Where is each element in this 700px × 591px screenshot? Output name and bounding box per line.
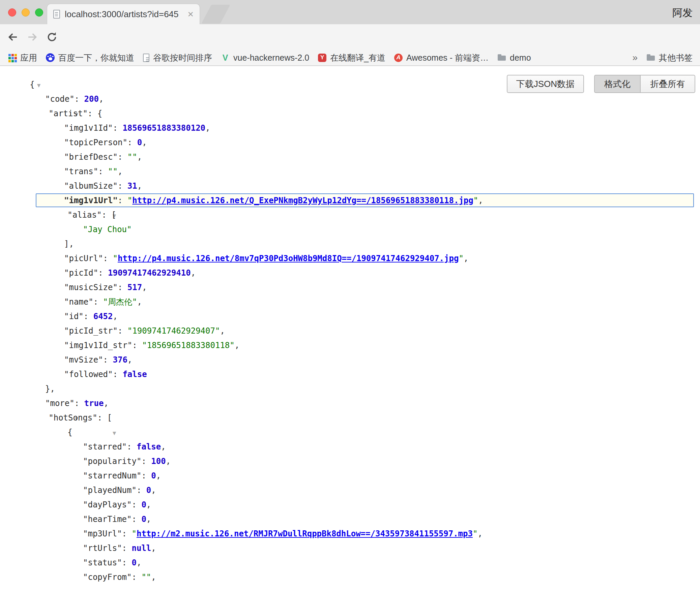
youdao-icon: Y [318,54,326,62]
json-token: , [151,572,156,582]
json-token: "picId" [64,268,98,278]
json-token: { [30,80,34,89]
reload-button[interactable] [45,30,59,44]
json-url-link[interactable]: http://p4.music.126.net/8mv7qP30Pd3oHW8b… [118,254,459,263]
json-token: 517 [127,283,142,292]
profile-name[interactable]: 阿发 [672,6,693,20]
json-token: " [132,529,137,538]
json-token: "Jay Chou" [83,225,132,234]
vue-icon: V [221,53,230,62]
bookmark-google-sort[interactable]: 谷歌按时间排序 [139,51,216,64]
page-favicon-icon [53,10,60,19]
json-token: : [113,370,123,379]
json-token: 100 [151,457,166,466]
json-token: : [103,355,113,365]
json-line: "followed": false [0,367,700,382]
json-token: "alias" [67,210,101,220]
json-url-link[interactable]: http://m2.music.126.net/RMJR7wDullRqppBk… [137,529,473,538]
json-token: "musicSize" [64,283,118,292]
tab-close-icon[interactable]: × [187,9,194,19]
json-line: "copyFrom": "", [0,570,700,585]
json-line: ▼"artist": { [0,106,700,121]
json-line: "albumSize": 31, [0,179,700,193]
json-token: : [118,326,127,336]
json-token: , [142,283,147,292]
json-token: "19097417462929407" [127,326,220,336]
json-token: "code" [45,94,75,104]
bookmark-apps[interactable]: 应用 [3,51,41,64]
page-content: 下载JSON数据 格式化 折叠所有 ▼{"code": 200,▼"artist… [0,66,700,591]
json-token: : [127,442,137,452]
json-token: : [75,94,84,104]
bookmark-baidu[interactable]: 百度一下，你就知道 [41,51,139,64]
bookmark-label: vue-hackernews-2.0 [233,53,309,63]
json-token: "" [141,572,151,582]
new-tab-button[interactable] [201,5,230,24]
back-button[interactable] [6,30,20,44]
json-token: "topicPerson" [64,138,127,147]
awesomes-icon: A [394,54,403,62]
json-token: , [191,268,196,278]
json-token: : [127,138,137,147]
json-token: "artist" [49,109,88,118]
forward-button[interactable] [26,30,39,44]
json-line: "hearTime": 0, [0,512,700,527]
json-token: , [104,399,108,408]
json-token: : [118,152,127,162]
json-token: , [113,312,118,321]
bookmark-awesomes[interactable]: AAwesomes - 前端资… [390,51,493,64]
json-token: "周杰伦" [103,297,137,307]
json-token: 376 [113,355,127,365]
json-token: "popularity" [83,457,141,466]
json-line: "playedNum": 0, [0,483,700,498]
json-token: 31 [127,181,137,191]
json-line: "picId_str": "19097417462929407", [0,324,700,338]
json-token: , [137,558,141,567]
folder-icon [646,53,655,62]
json-token: : [141,457,151,466]
json-line: "starredNum": 0, [0,469,700,483]
json-token: , [161,442,166,452]
json-line: "mp3Url": "http://m2.music.126.net/RMJR7… [0,527,700,541]
json-token: "albumSize" [64,181,118,191]
json-line: "dayPlays": 0, [0,498,700,512]
json-line: "img1v1Id": 18569651883380120, [0,121,700,135]
json-token: "hotSongs" [49,413,97,423]
json-token: , [464,254,468,263]
bookmark-youdao-translate[interactable]: Y在线翻译_有道 [314,51,390,64]
collapse-toggle-icon[interactable]: ▼ [37,82,40,89]
json-token: : [122,529,132,538]
json-line: ▼"hotSongs": [ [0,411,700,425]
json-token: , [146,515,151,524]
json-token: , [151,486,156,495]
json-line-highlighted: "img1v1Url": "http://p4.music.126.net/Q_… [0,193,700,208]
json-token: 0 [132,558,137,567]
json-token: "img1v1Url" [64,196,118,205]
json-token: "followed" [64,370,113,379]
json-token: " [459,254,463,263]
json-line: "code": 200, [0,92,700,106]
minimize-window-button[interactable] [22,8,30,17]
json-token: 0 [141,500,146,509]
json-token: : [132,515,142,524]
browser-tab[interactable]: localhost:3000/artists?id=645 × [47,4,200,24]
zoom-window-button[interactable] [35,8,43,17]
json-token: , [151,543,156,553]
bookmark-demo[interactable]: demo [493,51,535,64]
json-line: ], [0,237,700,251]
bookmark-vue-hackernews[interactable]: Vvue-hackernews-2.0 [216,51,314,64]
tab-title: localhost:3000/artists?id=645 [65,9,183,20]
page-icon [143,54,149,62]
json-url-link[interactable]: http://p4.music.126.net/Q_ExePNkmgB2yWyL… [132,196,473,205]
close-window-button[interactable] [8,8,16,17]
folder-icon [497,53,506,62]
tab-strip: localhost:3000/artists?id=645 × 阿发 [0,0,700,24]
other-bookmarks-button[interactable]: 其他书签 [642,52,697,63]
json-line: "musicSize": 517, [0,280,700,295]
json-token: "starredNum" [83,471,141,480]
json-line: "picId": 19097417462929410, [0,266,700,280]
collapse-toggle-icon[interactable]: ▼ [113,430,116,436]
json-token: "" [127,152,137,162]
bookmarks-overflow-chevron[interactable]: » [628,52,642,63]
json-token: , [478,196,483,205]
